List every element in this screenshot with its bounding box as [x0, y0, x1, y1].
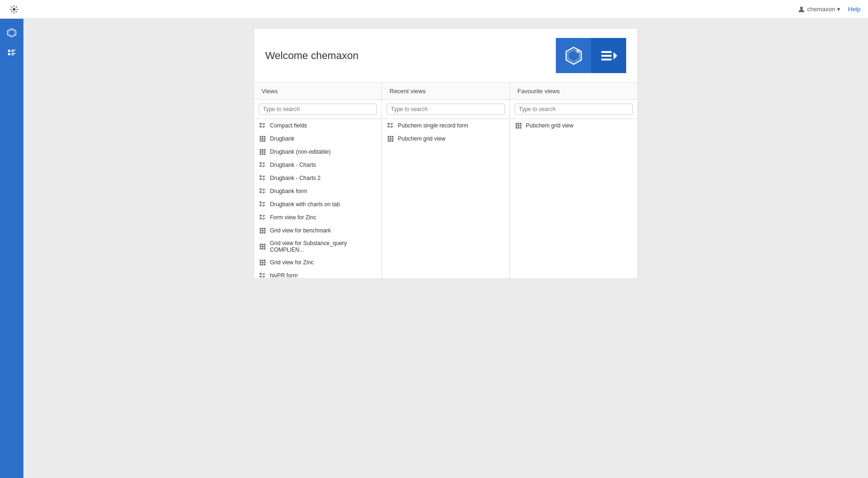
- app-logo[interactable]: [7, 3, 21, 16]
- svg-rect-99: [264, 260, 266, 261]
- svg-rect-105: [264, 264, 266, 266]
- svg-rect-141: [520, 125, 522, 127]
- svg-rect-71: [262, 205, 265, 206]
- svg-rect-35: [262, 138, 264, 140]
- svg-rect-73: [260, 215, 262, 217]
- views-search-input[interactable]: [259, 104, 377, 115]
- help-link[interactable]: Help: [848, 6, 861, 13]
- list-item[interactable]: Drugbank with charts on tab: [254, 198, 382, 211]
- svg-rect-107: [262, 273, 265, 274]
- svg-rect-66: [262, 193, 264, 194]
- svg-rect-132: [392, 138, 394, 140]
- svg-rect-134: [390, 140, 392, 142]
- svg-rect-97: [260, 260, 262, 261]
- svg-rect-40: [260, 149, 262, 151]
- svg-rect-31: [260, 136, 262, 138]
- svg-line-5: [11, 6, 13, 7]
- list-item[interactable]: Drugbank - Charts: [254, 158, 382, 172]
- welcome-title: Welcome chemaxon: [265, 50, 359, 62]
- svg-rect-90: [264, 244, 266, 246]
- svg-rect-67: [260, 202, 262, 203]
- recent-views-column-header: Recent views: [382, 83, 509, 100]
- svg-rect-76: [260, 217, 262, 219]
- favourite-views-list[interactable]: Pubchem grid view: [510, 119, 637, 278]
- svg-rect-27: [262, 124, 264, 125]
- svg-rect-50: [262, 163, 265, 164]
- svg-rect-88: [260, 244, 262, 246]
- svg-rect-21: [601, 51, 612, 53]
- recent-search-input[interactable]: [387, 104, 505, 115]
- header-icon-registry[interactable]: R: [556, 38, 591, 73]
- svg-rect-93: [264, 246, 266, 248]
- list-item[interactable]: Form view for Zinc: [254, 211, 382, 224]
- svg-rect-29: [262, 126, 265, 127]
- list-item[interactable]: Compact fields: [254, 119, 382, 132]
- views-list[interactable]: Compact fieldsDrugbankDrugbank (non-edit…: [254, 119, 382, 278]
- svg-rect-130: [388, 138, 389, 140]
- svg-rect-39: [264, 140, 266, 142]
- sidebar-item-views[interactable]: [2, 44, 21, 63]
- svg-rect-96: [264, 248, 266, 250]
- view-item-label: Pubchem grid view: [526, 122, 573, 129]
- view-item-label: Drugbank - Charts 2: [270, 175, 321, 181]
- grid-view-icon: [259, 243, 266, 250]
- sidebar-item-logo[interactable]: [2, 23, 21, 42]
- list-item[interactable]: Grid view for Substance_query COMPLIEN..…: [254, 237, 382, 256]
- svg-rect-62: [262, 189, 265, 190]
- svg-rect-44: [262, 151, 264, 153]
- views-search-container: [254, 100, 382, 119]
- svg-rect-98: [262, 260, 264, 261]
- view-item-label: Drugbank: [270, 135, 294, 142]
- svg-rect-106: [260, 273, 262, 275]
- svg-rect-82: [260, 230, 262, 232]
- list-item[interactable]: Drugbank form: [254, 185, 382, 198]
- svg-rect-61: [260, 188, 262, 190]
- svg-rect-72: [262, 206, 264, 207]
- list-item[interactable]: hivPR form: [254, 269, 382, 278]
- list-item[interactable]: Pubchem grid view: [510, 119, 637, 132]
- recent-views-column: Recent views Pubchem single record formP…: [382, 83, 510, 278]
- top-nav-left: [7, 3, 21, 16]
- svg-rect-74: [262, 215, 265, 216]
- svg-rect-92: [262, 246, 264, 248]
- recent-views-list[interactable]: Pubchem single record formPubchem grid v…: [382, 119, 509, 278]
- svg-rect-15: [8, 53, 10, 55]
- svg-rect-69: [262, 203, 264, 204]
- svg-rect-32: [262, 136, 264, 138]
- list-item[interactable]: Grid view for Zinc: [254, 256, 382, 269]
- svg-rect-126: [390, 127, 392, 128]
- dropdown-arrow: ▾: [837, 6, 840, 13]
- list-item[interactable]: Drugbank (non-editable): [254, 145, 382, 158]
- view-item-label: hivPR form: [270, 272, 298, 278]
- list-item[interactable]: Grid view for benchmark: [254, 224, 382, 237]
- svg-rect-111: [262, 277, 264, 278]
- svg-rect-121: [388, 123, 389, 125]
- view-item-label: Compact fields: [270, 122, 307, 129]
- svg-rect-42: [264, 149, 266, 151]
- svg-rect-36: [264, 138, 266, 140]
- list-item[interactable]: Drugbank: [254, 132, 382, 145]
- list-item[interactable]: Pubchem grid view: [382, 132, 509, 145]
- user-menu[interactable]: chemaxon ▾: [798, 6, 840, 13]
- view-item-label: Pubchem grid view: [398, 135, 445, 142]
- svg-rect-138: [520, 123, 522, 125]
- svg-rect-103: [260, 264, 262, 266]
- svg-rect-139: [516, 125, 517, 127]
- header-icon-arrow[interactable]: [591, 38, 626, 73]
- list-item[interactable]: Drugbank - Charts 2: [254, 172, 382, 185]
- svg-rect-109: [260, 276, 262, 277]
- svg-rect-41: [262, 149, 264, 151]
- svg-rect-123: [390, 124, 392, 125]
- svg-rect-89: [262, 244, 264, 246]
- grid-view-icon: [259, 135, 266, 142]
- svg-point-9: [800, 7, 803, 9]
- form-view-icon: [259, 272, 266, 278]
- form-view-icon: [259, 174, 266, 182]
- list-item[interactable]: Pubchem single record form: [382, 119, 509, 132]
- grid-view-icon: [259, 148, 266, 156]
- svg-rect-102: [264, 262, 266, 264]
- svg-rect-77: [262, 218, 265, 219]
- favourite-search-input[interactable]: [515, 104, 633, 115]
- grid-view-icon: [515, 122, 522, 129]
- svg-rect-128: [390, 136, 392, 138]
